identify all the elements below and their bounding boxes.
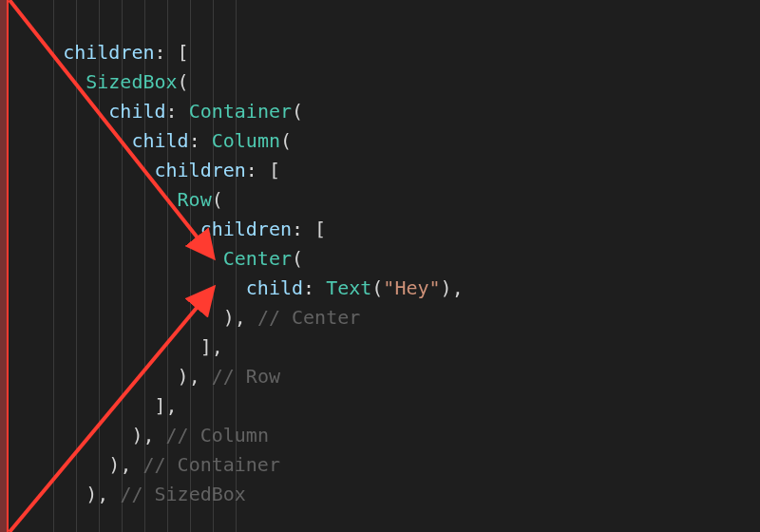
param-children: children	[63, 41, 154, 64]
closing-comment: // Center	[246, 306, 360, 329]
closing-comment: // Column	[155, 424, 269, 446]
code-line[interactable]: ), // SizedBox	[17, 480, 760, 509]
code-line[interactable]: child: Text("Hey"),	[17, 274, 760, 303]
param-child: child	[131, 129, 188, 152]
closing-comment: // Row	[200, 365, 280, 388]
closing-comment: // SizedBox	[108, 483, 246, 505]
string-literal: "Hey"	[383, 276, 440, 299]
code-line[interactable]: ],	[17, 391, 760, 421]
code-line[interactable]: child: Column(	[17, 126, 760, 156]
widget-text: Text	[326, 276, 371, 299]
widget-sizedbox: SizedBox	[86, 70, 177, 93]
widget-center: Center	[223, 247, 292, 270]
widget-row: Row	[178, 188, 212, 211]
code-editor[interactable]: children: [ SizedBox( child: Container( …	[0, 0, 760, 532]
code-line[interactable]: ), // Center	[17, 303, 760, 332]
code-line[interactable]: children: [	[17, 215, 760, 244]
code-line[interactable]: children: [	[17, 156, 760, 185]
code-line[interactable]: SizedBox(	[17, 67, 760, 97]
closing-comment: // Container	[131, 453, 280, 476]
param-child: child	[246, 276, 303, 299]
widget-column: Column	[212, 129, 280, 152]
widget-container: Container	[189, 100, 292, 123]
param-children: children	[200, 218, 292, 240]
code-line[interactable]: ), // Row	[17, 362, 760, 391]
param-children: children	[155, 159, 246, 181]
code-line[interactable]: child: Container(	[17, 97, 760, 126]
code-line[interactable]: ],	[17, 332, 760, 362]
code-line[interactable]: Row(	[17, 185, 760, 215]
code-line[interactable]: Center(	[17, 244, 760, 274]
code-line[interactable]: children: [	[17, 38, 760, 67]
code-line[interactable]: ), // Column	[17, 421, 760, 450]
code-line[interactable]: ), // Container	[17, 450, 760, 480]
param-child: child	[108, 100, 165, 123]
code-block[interactable]: children: [ SizedBox( child: Container( …	[0, 38, 760, 509]
